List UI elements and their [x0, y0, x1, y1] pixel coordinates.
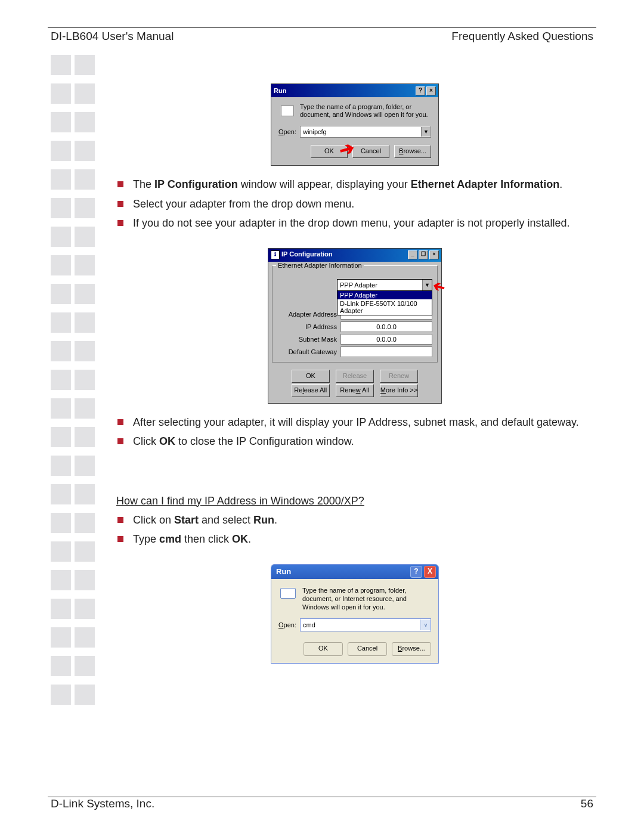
ok-button[interactable]: OK	[304, 642, 343, 656]
label-subnet-mask: Subnet Mask	[277, 336, 340, 343]
open-value: winipcfg	[301, 128, 421, 135]
chevron-down-icon[interactable]: ▼	[421, 127, 431, 137]
close-icon[interactable]: ×	[426, 86, 436, 95]
app-icon: ℹ	[271, 250, 280, 259]
ok-button[interactable]: OK	[292, 370, 330, 383]
cancel-button[interactable]: Cancel	[352, 145, 389, 158]
help-icon[interactable]: ?	[416, 86, 425, 95]
run-dialog-winxp: Run ? X Type the name of a program, fold…	[271, 564, 439, 664]
bullet-item: Type cmd then click OK.	[116, 532, 593, 546]
bullet-item: After selecting your adapter, it will di…	[116, 416, 593, 429]
open-combobox[interactable]: cmd v	[300, 618, 431, 631]
runxp-message: Type the name of a program, folder, docu…	[302, 586, 431, 612]
bullet-item: Select your adapter from the drop down m…	[116, 197, 593, 211]
win98-title: Run	[274, 87, 286, 94]
close-icon[interactable]: X	[424, 566, 436, 578]
faq-question-heading: How can I find my IP Address in Windows …	[116, 495, 593, 507]
run98-message: Type the name of a program, folder, or d…	[300, 103, 431, 120]
win98-titlebar: Run ? ×	[271, 84, 438, 97]
help-icon[interactable]: ?	[410, 566, 422, 578]
manual-page: DI-LB604 User's Manual Frequently Asked …	[0, 0, 644, 833]
ipcfg-titlebar: ℹIP Configuration _ ❐ ×	[268, 249, 441, 262]
bullet-item: The IP Configuration window will appear,…	[116, 178, 593, 191]
value-default-gateway	[340, 346, 432, 357]
run-icon	[278, 586, 296, 600]
winxp-titlebar: Run ? X	[271, 565, 438, 579]
group-legend: Ethernet Adapter Information	[276, 262, 364, 269]
content-column: Run ? × Type the name of a program, fold…	[116, 54, 593, 664]
bullet-list-1: The IP Configuration window will appear,…	[116, 178, 593, 230]
run-dialog-win98: Run ? × Type the name of a program, fold…	[271, 83, 439, 166]
ipconfig-dialog: ℹIP Configuration _ ❐ × Ethernet Adapter…	[268, 248, 442, 404]
label-adapter-address: Adapter Address	[277, 311, 340, 318]
adapter-select[interactable]: PPP Adapter ▼	[337, 279, 432, 291]
browse-button[interactable]: Browse...	[392, 642, 431, 656]
ok-button[interactable]: OK	[311, 145, 348, 158]
bullet-item: Click on Start and select Run.	[116, 513, 593, 527]
release-all-button[interactable]: Release All	[292, 384, 330, 397]
open-value: cmd	[301, 621, 420, 628]
more-info-button[interactable]: More Info >>	[380, 384, 418, 397]
close-icon[interactable]: ×	[429, 250, 439, 259]
bullet-list-2: After selecting your adapter, it will di…	[116, 416, 593, 448]
ipcfg-title: IP Configuration	[281, 250, 332, 258]
minimize-icon[interactable]: _	[408, 250, 417, 259]
open-label: Open:	[278, 128, 296, 135]
dropdown-option[interactable]: D-Link DFE-550TX 10/100 Adapter	[338, 299, 432, 315]
bullet-list-3: Click on Start and select Run. Type cmd …	[116, 513, 593, 546]
release-button[interactable]: Release	[336, 370, 374, 383]
dropdown-option[interactable]: PPP Adapter	[338, 291, 432, 299]
bullet-item: If you do not see your adapter in the dr…	[116, 216, 593, 230]
adapter-dropdown[interactable]: PPP Adapter D-Link DFE-550TX 10/100 Adap…	[337, 290, 432, 315]
cancel-button[interactable]: Cancel	[348, 642, 387, 656]
chevron-down-icon[interactable]: v	[420, 620, 431, 630]
winxp-title: Run	[276, 567, 291, 576]
restore-icon[interactable]: ❐	[419, 250, 428, 259]
renew-all-button[interactable]: Renew All	[336, 384, 374, 397]
side-decoration: // placeholder so deco rows render befor…	[51, 55, 98, 713]
open-label: Open:	[278, 621, 296, 628]
label-ip-address: IP Address	[277, 323, 340, 330]
header-left: DI-LB604 User's Manual	[51, 30, 174, 43]
chevron-down-icon[interactable]: ▼	[422, 280, 432, 290]
page-number: 56	[581, 797, 593, 810]
value-ip-address: 0.0.0.0	[340, 321, 432, 332]
header-right: Frequently Asked Questions	[451, 30, 593, 43]
browse-button[interactable]: Browse...	[394, 145, 431, 158]
footer-left: D-Link Systems, Inc.	[51, 797, 154, 810]
label-default-gateway: Default Gateway	[277, 348, 340, 355]
run-icon	[278, 103, 295, 120]
adapter-info-group: Ethernet Adapter Information PPP Adapter…	[272, 265, 438, 363]
header-rule	[48, 27, 596, 28]
open-combobox[interactable]: winipcfg ▼	[300, 126, 431, 138]
bullet-item: Click OK to close the IP Configuration w…	[116, 435, 593, 448]
renew-button[interactable]: Renew	[380, 370, 418, 383]
value-subnet-mask: 0.0.0.0	[340, 334, 432, 345]
